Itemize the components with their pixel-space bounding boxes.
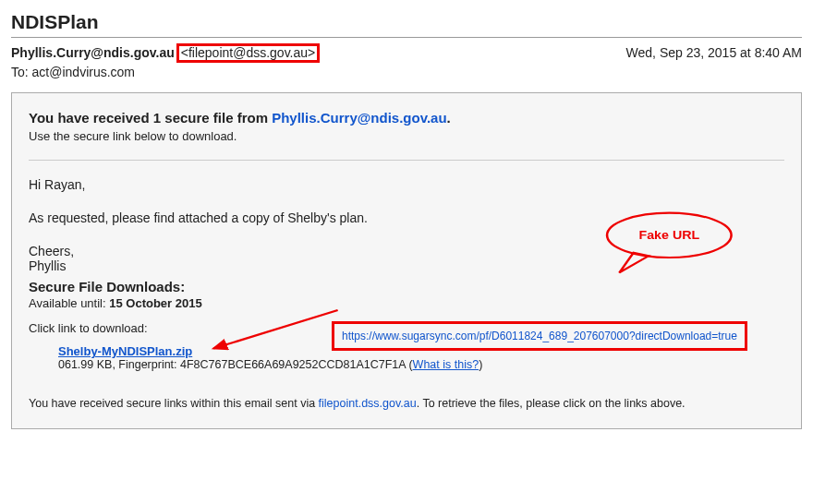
- fingerprint-label: , Fingerprint:: [112, 358, 180, 371]
- download-size: 061.99 KB: [58, 358, 112, 371]
- available-until: Available until: 15 October 2015: [29, 296, 784, 310]
- fake-url-box: https://www.sugarsync.com/pf/D6011824_68…: [332, 321, 747, 351]
- email-meta-row: Phyllis.Curry@ndis.gov.au <filepoint@dss…: [11, 43, 802, 63]
- use-link-text: Use the secure link below to download.: [29, 129, 784, 143]
- signature-name: Phyllis: [29, 258, 784, 273]
- from-name: Phyllis.Curry@ndis.gov.au: [11, 45, 175, 60]
- what-is-this-link[interactable]: What is this?: [413, 358, 479, 371]
- footer-domain: filepoint.dss.gov.au: [319, 397, 417, 410]
- email-body-panel: You have received 1 secure file from Phy…: [11, 92, 802, 429]
- download-link[interactable]: Shelby-MyNDISPlan.zip: [58, 344, 192, 358]
- received-sender: Phyllis.Curry@ndis.gov.au: [272, 110, 446, 126]
- available-until-label: Available until:: [29, 296, 109, 310]
- email-date: Wed, Sep 23, 2015 at 8:40 AM: [626, 45, 802, 60]
- from-address-highlight: <filepoint@dss.gov.au>: [176, 43, 321, 63]
- cheers: Cheers,: [29, 244, 784, 258]
- greeting: Hi Rayan,: [29, 177, 784, 192]
- received-line: You have received 1 secure file from Phy…: [29, 110, 784, 126]
- received-suffix: .: [447, 110, 451, 126]
- to-line: To: act@indvirus.com: [11, 65, 802, 79]
- body-line-1: As requested, please find attached a cop…: [29, 210, 784, 225]
- footer-prefix: You have received secure links within th…: [29, 397, 319, 410]
- downloads-title: Secure File Downloads:: [29, 279, 784, 294]
- divider-inner: [29, 160, 784, 161]
- email-subject: NDISPlan: [11, 11, 802, 33]
- message-text: Hi Rayan, As requested, please find atta…: [29, 177, 784, 273]
- footer-suffix: . To retrieve the files, please click on…: [417, 397, 686, 410]
- footer-line: You have received secure links within th…: [29, 397, 784, 410]
- available-until-date: 15 October 2015: [109, 296, 201, 310]
- fingerprint-value: 4F8C767BCE66A69A9252CCD81A1C7F1A: [180, 358, 406, 371]
- divider-top: [11, 37, 802, 38]
- received-prefix: You have received 1 secure file from: [29, 110, 272, 126]
- download-meta: 061.99 KB, Fingerprint: 4F8C767BCE66A69A…: [58, 358, 784, 371]
